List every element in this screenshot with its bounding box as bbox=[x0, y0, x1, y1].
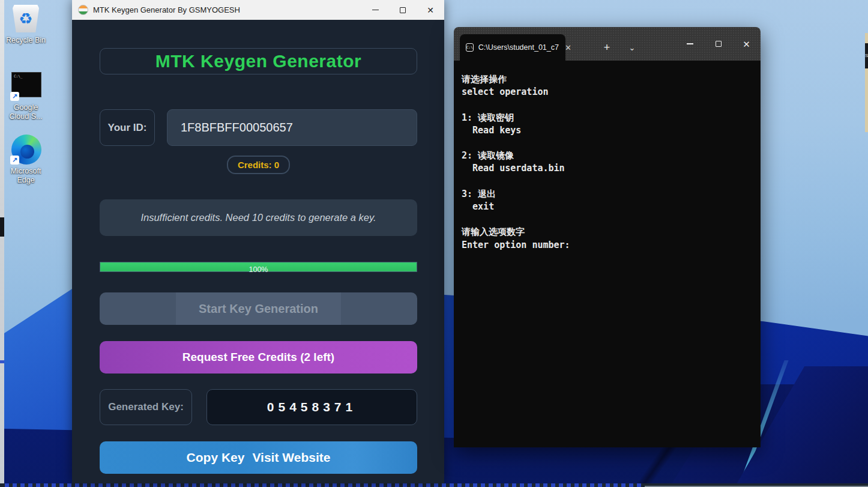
app-flag-icon bbox=[78, 5, 88, 15]
right-edge-dark-sliver: S bbox=[865, 43, 868, 68]
close-button[interactable]: ✕ bbox=[732, 27, 761, 61]
copy-key-visit-website-button[interactable]: Copy Key Visit Website bbox=[100, 441, 417, 474]
generated-key-value: 05458371 bbox=[206, 389, 417, 425]
window-title: MTK Keygen Generator By GSMYOGESH bbox=[93, 5, 240, 14]
minimize-button[interactable] bbox=[361, 0, 389, 20]
progress-bar: 100% bbox=[100, 262, 417, 272]
keygen-titlebar[interactable]: MTK Keygen Generator By GSMYOGESH ✕ bbox=[72, 0, 444, 20]
icon-label: Recycle Bin bbox=[0, 36, 52, 45]
terminal-content[interactable]: 请选择操作 select operation 1: 读取密钥 Read keys… bbox=[454, 61, 761, 447]
recycle-bin-icon: ♻ bbox=[13, 5, 39, 32]
progress-label: 100% bbox=[100, 265, 417, 274]
desktop-icon-edge[interactable]: ↗ Microsoft Edge bbox=[0, 135, 52, 185]
close-button[interactable]: ✕ bbox=[417, 0, 444, 20]
terminal-output: 请选择操作 select operation 1: 读取密钥 Read keys… bbox=[462, 73, 761, 252]
request-free-credits-button[interactable]: Request Free Credits (2 left) bbox=[100, 341, 417, 374]
desktop-icon-recycle-bin[interactable]: ♻ Recycle Bin bbox=[0, 4, 52, 45]
keygen-window: MTK Keygen Generator By GSMYOGESH ✕ MTK … bbox=[72, 0, 444, 483]
icon-label: Google Cloud S... bbox=[5, 103, 47, 121]
desktop-icon-google-cloud[interactable]: C:\_ ↗ Google Cloud S... bbox=[0, 71, 52, 121]
left-edge-blue-tick bbox=[0, 360, 4, 363]
start-key-generation-button[interactable]: Start Key Generation bbox=[100, 292, 417, 325]
terminal-titlebar[interactable]: C:\ C:\Users\student_01_c7 ✕ + ⌄ ✕ bbox=[454, 27, 761, 61]
visit-website-label[interactable]: Visit Website bbox=[252, 450, 330, 465]
generated-key-label: Generated Key: bbox=[100, 389, 192, 425]
desktop: S ♻ Recycle Bin C:\_ ↗ Google Cloud S...… bbox=[0, 0, 868, 487]
terminal-tab[interactable]: C:\ C:\Users\student_01_c7 ✕ bbox=[460, 34, 565, 61]
app-heading-box: MTK Keygen Generator bbox=[100, 48, 417, 74]
app-heading: MTK Keygen Generator bbox=[155, 51, 361, 71]
shortcut-arrow-icon: ↗ bbox=[10, 156, 19, 165]
left-edge-dark-notch bbox=[0, 217, 4, 237]
your-id-input[interactable] bbox=[167, 109, 417, 146]
clipped-marquee-text bbox=[5, 483, 645, 487]
new-tab-button[interactable]: + bbox=[598, 34, 616, 61]
tab-close-icon[interactable]: ✕ bbox=[565, 43, 571, 52]
maximize-button[interactable] bbox=[704, 27, 732, 61]
status-message: Insufficient credits. Need 10 credits to… bbox=[100, 199, 417, 236]
request-button-label: Request Free Credits (2 left) bbox=[182, 351, 334, 364]
credits-badge: Credits: 0 bbox=[227, 156, 290, 174]
your-id-label: Your ID: bbox=[100, 109, 155, 146]
maximize-button[interactable] bbox=[389, 0, 417, 20]
cmd-icon: C:\ bbox=[466, 43, 474, 52]
tab-dropdown-chevron-icon[interactable]: ⌄ bbox=[623, 34, 641, 61]
shortcut-arrow-icon: ↗ bbox=[10, 92, 19, 101]
terminal-window: C:\ C:\Users\student_01_c7 ✕ + ⌄ ✕ 请选择操作… bbox=[454, 27, 761, 447]
start-button-label: Start Key Generation bbox=[199, 302, 318, 316]
bottom-screen-strip bbox=[0, 483, 868, 487]
copy-key-label[interactable]: Copy Key bbox=[187, 450, 245, 465]
terminal-tab-title: C:\Users\student_01_c7 bbox=[478, 43, 559, 52]
icon-label: Microsoft Edge bbox=[5, 167, 47, 185]
minimize-button[interactable] bbox=[676, 27, 704, 61]
